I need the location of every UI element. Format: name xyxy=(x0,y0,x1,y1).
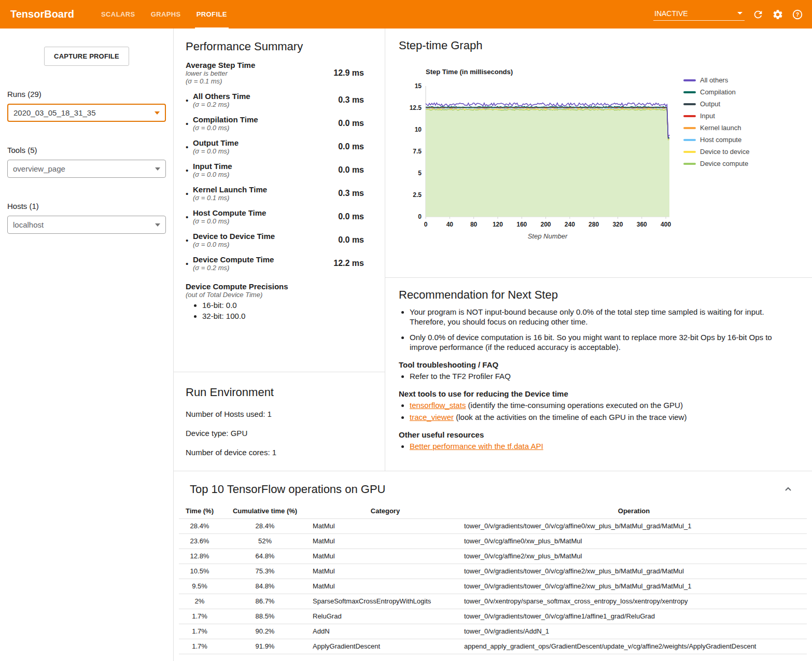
recommendation-title: Recommendation for Next Step xyxy=(399,288,795,302)
metric-sigma: (σ = 0.0 ms) xyxy=(193,124,332,132)
legend-label: Device compute xyxy=(700,160,748,167)
metric-sigma: (σ = 0.1 ms) xyxy=(193,194,332,202)
help-icon[interactable]: ? xyxy=(791,8,804,21)
tensorflow-stats-link[interactable]: tensorflow_stats xyxy=(410,401,466,410)
cell-time: 10.5% xyxy=(179,564,220,579)
cell-time: 28.4% xyxy=(179,518,220,533)
legend-label: Output xyxy=(700,100,720,108)
svg-text:360: 360 xyxy=(637,221,647,228)
chart-xlabel: Step Number xyxy=(426,232,669,240)
cell-cumulative: 75.3% xyxy=(220,564,310,579)
cell-cumulative: 86.7% xyxy=(220,594,310,609)
right-column: Step-time Graph Step Time (in millisecon… xyxy=(385,29,812,471)
cell-operation: tower_0/v/cg/affine2/xw_plus_b/MatMul xyxy=(461,549,807,564)
cell-operation: tower_0/v/xentropy/sparse_softmax_cross_… xyxy=(461,594,807,609)
table-row: 1.7% 90.2% AddN tower_0/v/gradients/AddN… xyxy=(179,624,807,639)
device-compute-precisions: Device Compute Precisions (out of Total … xyxy=(186,282,364,320)
run-environment-card: Run Environment Number of Hosts used: 1 … xyxy=(174,372,385,457)
svg-text:10: 10 xyxy=(415,126,422,133)
chevron-down-icon xyxy=(737,12,743,15)
cell-time: 12.8% xyxy=(179,549,220,564)
collapse-icon[interactable] xyxy=(782,483,794,496)
cell-time: 2% xyxy=(179,594,220,609)
svg-text:80: 80 xyxy=(470,221,478,228)
tab-scalars[interactable]: SCALARS xyxy=(93,0,143,29)
svg-text:7.5: 7.5 xyxy=(413,148,422,155)
table-row: 1.7% 91.9% ApplyGradientDescent append_a… xyxy=(179,639,807,654)
svg-text:200: 200 xyxy=(541,221,551,228)
metric-row: • Input Time (σ = 0.0 ms) 0.0 ms xyxy=(186,162,364,178)
tool-item: tensorflow_stats (identify the time-cons… xyxy=(410,400,795,410)
performance-summary-card: Performance Summary Average Step Time lo… xyxy=(174,29,385,372)
sidebar: CAPTURE PROFILE Runs (29) 2020_03_05_18_… xyxy=(0,29,174,661)
runs-select[interactable]: 2020_03_05_18_31_35 xyxy=(7,104,166,122)
metric-row-average: Average Step Time lower is better (σ = 0… xyxy=(186,61,364,85)
other-resources-heading: Other useful resources xyxy=(399,430,795,439)
precisions-title: Device Compute Precisions xyxy=(186,282,364,291)
table-row: 9.5% 84.8% MatMul tower_0/v/gradients/to… xyxy=(179,579,807,594)
legend-swatch xyxy=(683,91,696,93)
app-title: TensorBoard xyxy=(0,0,93,29)
tab-profile[interactable]: PROFILE xyxy=(189,0,235,29)
cell-time: 23.6% xyxy=(179,533,220,549)
run-env-device-type: Device type: GPU xyxy=(186,429,385,438)
cell-operation: append_apply_gradient_ops/GradientDescen… xyxy=(461,639,807,654)
legend-item: Output xyxy=(683,100,749,108)
metric-sigma: (σ = 0.0 ms) xyxy=(193,171,332,178)
bullet: • xyxy=(186,143,193,151)
metric-value: 0.0 ms xyxy=(338,165,364,175)
tool-item-rest: (identify the time-consuming operations … xyxy=(466,401,683,410)
tab-graphs[interactable]: GRAPHS xyxy=(143,0,189,29)
status-dropdown[interactable]: INACTIVE xyxy=(653,8,745,21)
metric-sigma: (σ = 0.0 ms) xyxy=(193,147,332,155)
metric-sigma: (σ = 0.2 ms) xyxy=(193,101,332,108)
metric-label: Compilation Time xyxy=(193,115,332,124)
gear-icon[interactable] xyxy=(772,8,784,21)
metric-value: 0.0 ms xyxy=(338,119,364,128)
metric-note: lower is better xyxy=(186,69,327,77)
chevron-down-icon xyxy=(155,223,160,227)
cell-cumulative: 52% xyxy=(220,533,310,549)
run-environment-title: Run Environment xyxy=(186,386,385,399)
svg-text:280: 280 xyxy=(589,221,599,228)
tools-select-value: overview_page xyxy=(13,164,65,173)
legend-label: Host compute xyxy=(700,136,741,144)
precision-32bit: 32-bit: 100.0 xyxy=(202,312,364,320)
ops-table-header-row: Time (%) Cumulative time (%) Category Op… xyxy=(179,503,807,518)
header-actions: INACTIVE ? xyxy=(653,0,812,29)
legend-label: Compilation xyxy=(700,88,736,96)
svg-text:320: 320 xyxy=(612,221,623,228)
hosts-label: Hosts (1) xyxy=(7,202,173,210)
refresh-icon[interactable] xyxy=(752,8,764,21)
cell-cumulative: 90.2% xyxy=(220,624,310,639)
tfdata-performance-link[interactable]: Better performance with the tf.data API xyxy=(410,442,543,451)
tools-label: Tools (5) xyxy=(7,146,173,154)
cell-cumulative: 84.8% xyxy=(220,579,310,594)
legend-item: Kernel launch xyxy=(683,124,749,132)
tool-item: trace_viewer (look at the activities on … xyxy=(410,412,795,422)
hosts-select[interactable]: localhost xyxy=(7,216,166,234)
run-env-hosts: Number of Hosts used: 1 xyxy=(186,410,385,418)
capture-profile-button[interactable]: CAPTURE PROFILE xyxy=(44,47,129,66)
svg-text:40: 40 xyxy=(446,221,454,228)
table-row: 23.6% 52% MatMul tower_0/v/cg/affine0/xw… xyxy=(179,533,807,549)
metric-row: • Device to Device Time (σ = 0.0 ms) 0.0… xyxy=(186,232,364,248)
cell-operation: tower_0/v/gradients/tower_0/v/cg/affine2… xyxy=(461,564,807,579)
legend-swatch xyxy=(683,139,696,141)
svg-text:12.5: 12.5 xyxy=(410,104,422,111)
bullet: • xyxy=(186,213,193,221)
trace-viewer-link[interactable]: trace_viewer xyxy=(410,413,454,421)
tools-select[interactable]: overview_page xyxy=(7,160,166,178)
cell-cumulative: 28.4% xyxy=(220,518,310,533)
table-row: 12.8% 64.8% MatMul tower_0/v/cg/affine2/… xyxy=(179,549,807,564)
cell-category: MatMul xyxy=(310,518,461,533)
metric-label: Device Compute Time xyxy=(193,255,327,264)
svg-text:0: 0 xyxy=(424,221,428,228)
svg-text:400: 400 xyxy=(661,221,671,228)
bullet: • xyxy=(186,119,193,128)
metric-label: All Others Time xyxy=(193,92,332,101)
legend-item: Device compute xyxy=(683,160,749,167)
legend-label: Device to device xyxy=(700,148,749,156)
metric-row: • All Others Time (σ = 0.2 ms) 0.3 ms xyxy=(186,92,364,108)
metric-row: • Output Time (σ = 0.0 ms) 0.0 ms xyxy=(186,138,364,155)
